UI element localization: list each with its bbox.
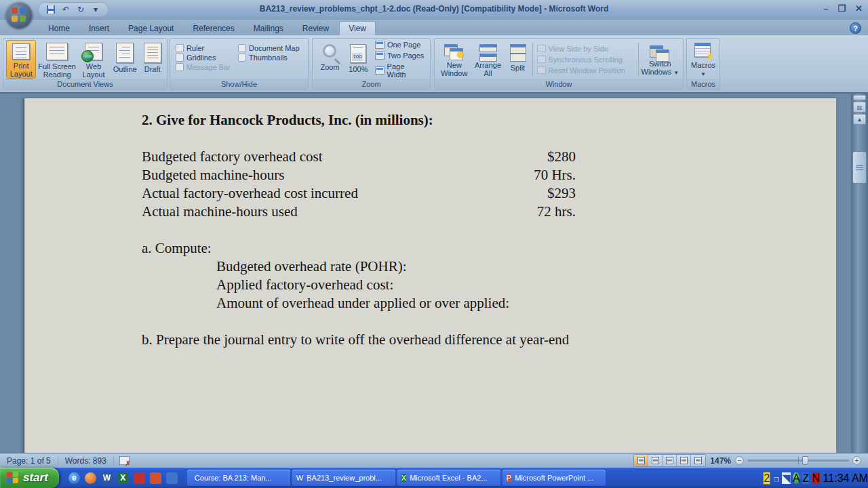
tab-insert[interactable]: Insert [80,22,118,35]
help-icon[interactable]: ? [850,22,861,34]
zoom-out-icon[interactable]: − [735,456,744,465]
start-button[interactable]: start [0,468,59,488]
doc-heading: 2. Give for Hancock Products, Inc. (in m… [142,111,616,129]
switch-windows-icon [650,44,670,58]
tray-green-icon[interactable]: A [793,472,800,484]
taskbar-buttons: Course: BA 213: Man... W BA213_review_pr… [184,470,763,486]
print-layout-view-button[interactable] [634,455,648,466]
scroll-up-icon[interactable]: ▲ [853,114,866,125]
group-label-document-views: Document Views [3,79,167,89]
tray-tools-icon[interactable]: ◥ [782,472,790,484]
doc-compute-item: Amount of overhead under applied or over… [142,294,616,312]
outline-icon [116,43,134,63]
new-window-button[interactable]: ✹ New Window [437,41,471,77]
document-map-checkbox[interactable]: Document Map [238,44,300,52]
split-handle[interactable] [853,95,866,100]
tab-view[interactable]: View [339,21,376,35]
group-label-show-hide: Show/Hide [170,79,308,89]
page-indicator[interactable]: Page: 1 of 5 [0,456,58,466]
full-screen-reading-button[interactable]: Full Screen Reading [36,40,78,79]
print-layout-icon [12,43,30,60]
zoom-slider: − + [735,456,861,465]
checkbox-icon [176,54,184,62]
zoom-button[interactable]: Zoom [315,41,344,77]
office-button[interactable] [5,1,33,28]
outlook-icon[interactable] [166,472,178,484]
tab-page-layout[interactable]: Page Layout [119,22,182,35]
tab-review[interactable]: Review [294,22,338,35]
star-icon: ✹ [456,51,465,59]
full-screen-view-button[interactable] [648,455,663,466]
doc-row: Budgeted machine-hours70 Hrs. [142,166,576,184]
zoom-slider-thumb[interactable] [802,456,808,465]
doc-compute-item: Applied factory-overhead cost: [142,276,616,294]
draft-icon [144,43,161,63]
group-show-hide: Ruler Gridlines Message Bar Document Map… [170,38,309,90]
page-width-button[interactable]: Page Width [375,62,425,79]
tab-mailings[interactable]: Mailings [245,22,292,35]
status-bar: Page: 1 of 5 Words: 893 147% − + [0,453,868,468]
web-layout-view-button[interactable] [663,455,677,466]
ruler-toggle-icon[interactable]: ▤ [853,102,866,113]
tab-references[interactable]: References [184,22,243,35]
excel-icon[interactable]: X [117,472,129,484]
gridlines-checkbox[interactable]: Gridlines [176,54,238,62]
word-icon: W [296,474,303,482]
thumbnails-checkbox[interactable]: Thumbnails [238,54,300,62]
outline-button[interactable]: Outline [109,40,140,79]
outline-view-button[interactable] [677,455,691,466]
zoom-100-button[interactable]: 100 100% [344,41,372,77]
ruler-checkbox[interactable]: Ruler [176,44,238,52]
message-bar-checkbox: Message Bar [176,63,238,71]
excel-icon: X [401,474,406,482]
draft-button[interactable]: Draft [140,40,164,79]
word-count[interactable]: Words: 893 [58,456,113,466]
restore-tray-icon[interactable]: ❐ [774,476,779,483]
powerpoint-icon[interactable] [150,472,161,484]
document-area: 2. Give for Hancock Products, Inc. (in m… [0,94,868,453]
split-button[interactable]: Split [505,41,530,77]
draft-view-button[interactable] [691,455,705,466]
doc-compute-item: Budgeted overhead rate (POHR): [142,258,616,276]
scrollbar-thumb[interactable] [852,151,867,184]
adobe-icon[interactable] [134,472,145,484]
task-button-word[interactable]: W BA213_review_probl... [292,470,395,486]
zoom-in-icon[interactable]: + [852,456,861,465]
close-button[interactable]: ✕ [855,3,863,14]
word-application-window: ↶ ↻ ▾ BA213_review_problems_chpt_1-2.doc… [0,0,868,488]
print-layout-button[interactable]: Print Layout [6,40,36,79]
doc-compute-intro: a. Compute: [142,239,616,258]
tab-home[interactable]: Home [39,22,79,35]
task-button-excel[interactable]: X Microsoft Excel - BA2... [397,470,500,486]
task-button-powerpoint[interactable]: P Microsoft PowerPoint ... [502,470,606,486]
two-pages-button[interactable]: Two Pages [375,52,425,60]
zoom-level[interactable]: 147% [710,456,731,466]
firefox-icon[interactable] [85,472,96,484]
tray-n-icon[interactable]: N [812,472,821,484]
doc-section-b: b. Prepare the journal entry to write of… [142,331,616,349]
tray-z-icon[interactable]: Z [802,472,809,484]
quick-launch-bar: e W X [59,472,184,484]
macros-button[interactable]: ⚡ Macros▼ [688,40,718,79]
one-page-button[interactable]: One Page [375,41,425,49]
tray-badge[interactable]: 2 [763,472,770,485]
view-shortcut-buttons [633,454,706,467]
proofing-status-icon[interactable] [119,456,130,465]
arrange-all-icon [478,44,498,59]
web-layout-button[interactable]: Web Layout [78,40,109,79]
doc-row: Actual machine-hours used72 hrs. [142,203,576,221]
clock[interactable]: 11:34 AM [823,472,868,484]
restore-button[interactable]: ❐ [837,3,846,14]
task-button-firefox[interactable]: Course: BA 213: Man... [187,470,290,486]
word-icon[interactable]: W [101,472,113,484]
ie-icon[interactable]: e [68,472,80,484]
switch-windows-button[interactable]: Switch Windows ▼ [640,41,680,77]
doc-row: Budgeted factory overhead cost$280 [142,148,576,166]
minimize-button[interactable]: – [823,3,828,14]
reset-position-icon [537,66,546,74]
arrange-all-button[interactable]: Arrange All [471,41,505,77]
vertical-scrollbar[interactable]: ▤ ▲ [851,94,868,453]
group-document-views: Print Layout Full Screen Reading Web Lay… [3,38,167,90]
document-page[interactable]: 2. Give for Hancock Products, Inc. (in m… [24,98,836,453]
web-layout-icon [85,43,102,60]
